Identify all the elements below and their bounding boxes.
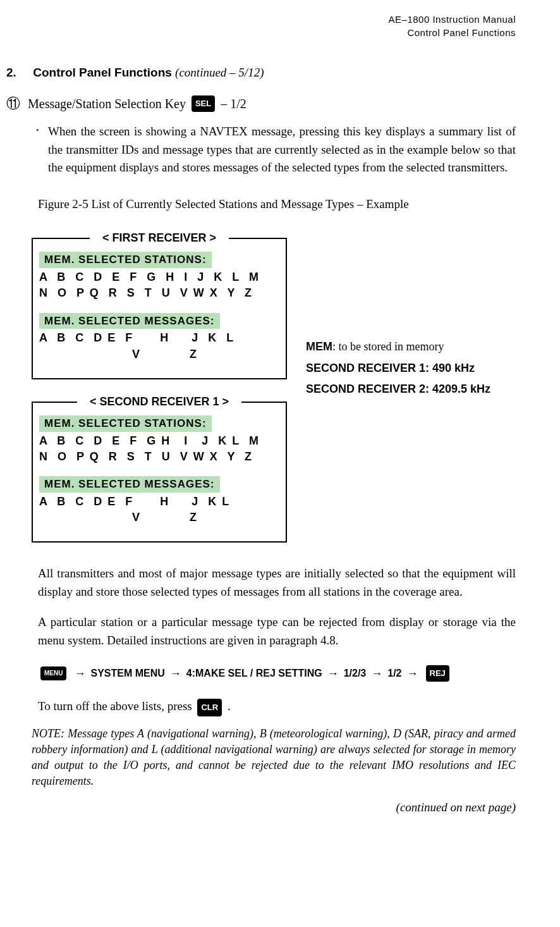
second-receiver-box: < SECOND RECEIVER 1 > MEM. SELECTED STAT…	[32, 402, 287, 543]
para1: When the screen is showing a NAVTEX mess…	[48, 123, 516, 177]
second-receiver-legend: < SECOND RECEIVER 1 >	[77, 394, 241, 410]
r2-stations-line2: N O P Q R S T U V W X Y Z	[39, 449, 279, 465]
r1-messages-header: MEM. SELECTED MESSAGES:	[39, 313, 220, 329]
side-notes: MEM: to be stored in memory SECOND RECEI…	[306, 339, 490, 402]
arrow-icon: →	[170, 666, 181, 682]
page-header: AE–1800 Instruction Manual Control Panel…	[6, 13, 516, 39]
r1-messages-line1: A B C D E F H J K L	[39, 330, 279, 346]
item-label: Message/Station Selection Key	[28, 95, 186, 113]
item-heading: ⑪ Message/Station Selection Key SEL – 1/…	[6, 94, 516, 114]
footer-continued: (continued on next page)	[6, 799, 516, 816]
clr-key-icon: CLR	[197, 699, 222, 716]
sr1-text: : 490 kHz	[425, 362, 475, 374]
nav-step1: SYSTEM MENU	[90, 666, 164, 680]
r1-stations-header: MEM. SELECTED STATIONS:	[39, 252, 212, 268]
r1-stations-line1: A B C D E F G H I J K L M	[39, 269, 279, 285]
first-receiver-legend: < FIRST RECEIVER >	[90, 230, 229, 246]
para3: A particular station or a particular mes…	[38, 613, 516, 649]
nav-step4: 1/2	[387, 666, 401, 680]
section-continued: (continued – 5/12)	[175, 66, 264, 79]
header-line2: Control Panel Functions	[6, 26, 516, 39]
section-title: 2. Control Panel Functions (continued – …	[6, 64, 516, 82]
sr1-label: SECOND RECEIVER 1	[306, 362, 425, 374]
figure-caption: Figure 2-5 List of Currently Selected St…	[38, 196, 516, 213]
section-name: Control Panel Functions	[33, 66, 172, 79]
header-line1: AE–1800 Instruction Manual	[6, 13, 516, 26]
sr2-text: : 4209.5 kHz	[425, 383, 490, 395]
item-suffix: – 1/2	[221, 95, 247, 113]
arrow-icon: →	[327, 666, 339, 682]
section-number: 2.	[6, 66, 16, 79]
first-receiver-box: < FIRST RECEIVER > MEM. SELECTED STATION…	[32, 238, 287, 379]
nav-step2: 4:MAKE SEL / REJ SETTING	[186, 666, 322, 680]
r2-stations-line1: A B C D E F G H I J K L M	[39, 433, 279, 449]
mem-text: : to be stored in memory	[332, 340, 444, 353]
nav-path: MENU → SYSTEM MENU → 4:MAKE SEL / REJ SE…	[38, 665, 516, 682]
note-text: NOTE: Message types A (navigational warn…	[32, 726, 516, 790]
arrow-icon: →	[407, 666, 418, 682]
r2-messages-header: MEM. SELECTED MESSAGES:	[39, 476, 220, 493]
mem-label: MEM	[306, 340, 332, 353]
para4-prefix: To turn off the above lists, press	[38, 699, 192, 713]
bullet-icon: ・	[32, 123, 43, 177]
bullet-para: ・ When the screen is showing a NAVTEX me…	[32, 123, 516, 177]
para2: All transmitters and most of major messa…	[38, 565, 516, 601]
para4-suffix: .	[228, 699, 231, 713]
nav-step3: 1/2/3	[344, 666, 367, 680]
arrow-icon: →	[74, 666, 85, 682]
sr2-label: SECOND RECEIVER 2	[306, 383, 425, 395]
sel-key-icon: SEL	[192, 95, 215, 112]
receiver-column: < FIRST RECEIVER > MEM. SELECTED STATION…	[32, 225, 287, 543]
arrow-icon: →	[371, 666, 382, 682]
menu-key-icon: MENU	[40, 666, 66, 680]
item-number: ⑪	[6, 94, 20, 114]
r2-messages-line2: V Z	[39, 510, 279, 525]
r1-stations-line2: N O P Q R S T U V W X Y Z	[39, 285, 279, 301]
rej-key-icon: REJ	[426, 665, 449, 682]
r2-messages-line1: A B C D E F H J K L	[39, 494, 279, 510]
r2-stations-header: MEM. SELECTED STATIONS:	[39, 415, 212, 432]
r1-messages-line2: V Z	[39, 347, 279, 362]
para4: To turn off the above lists, press CLR .	[38, 697, 516, 716]
